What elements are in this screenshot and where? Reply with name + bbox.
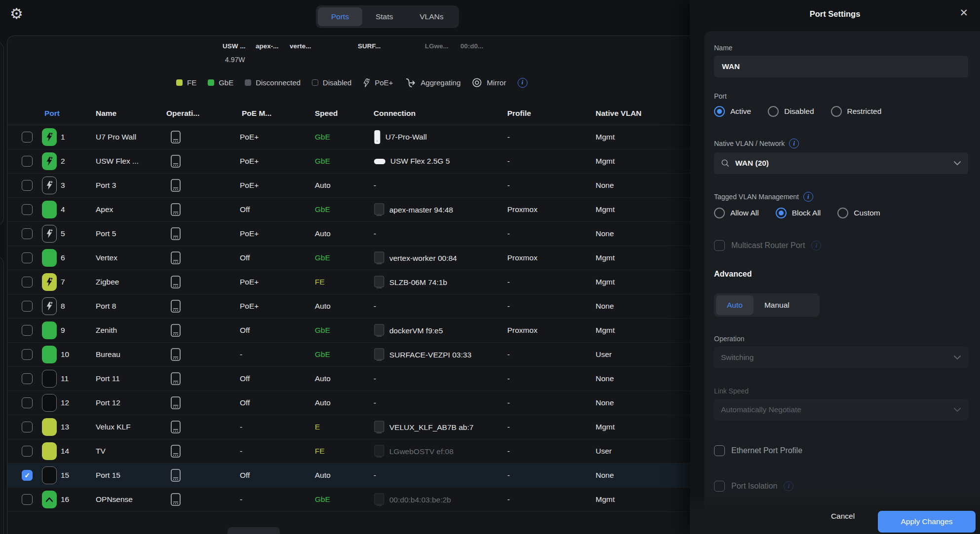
row-checkbox[interactable] [22,252,33,263]
column-header-native-vlan[interactable]: Native VLAN [596,109,641,118]
connection-label: dockerVM f9:e5 [389,326,443,335]
port-isolation-checkbox[interactable]: Port Isolation i [714,481,968,492]
settings-gear-icon[interactable]: ⚙ [10,6,23,21]
access-point-icon [374,130,381,144]
column-header-poe-mode[interactable]: PoE M... [242,109,271,118]
port-speed: Auto [315,398,331,407]
legend-item: Disconnected [245,78,301,87]
segment-manual[interactable]: Manual [754,295,800,315]
operation-value: Switching [721,353,754,362]
segment-auto[interactable]: Auto [716,295,754,315]
close-icon[interactable]: ✕ [959,7,968,19]
native-vlan: Mgmt [596,326,615,335]
radio-block-all[interactable]: Block All [776,208,821,218]
connection-label: 00:d0:b4:03:be:2b [389,495,451,504]
legend-label: GbE [219,78,233,87]
client-device-icon [374,421,385,434]
legend-label: Disabled [323,78,351,87]
connection-label: - [374,302,376,311]
port-status-icon [42,177,57,194]
port-settings-card: Name WAN Port Active Disabled Restricted… [704,31,980,534]
port-status-icon [42,128,57,146]
switching-icon [170,493,182,506]
legend-item: Aggregating [405,78,461,88]
row-checkbox[interactable] [22,204,33,215]
tab-ports[interactable]: Ports [318,7,362,26]
row-checkbox[interactable] [22,349,33,360]
radio-restricted[interactable]: Restricted [831,106,882,117]
column-header-speed[interactable]: Speed [315,109,338,118]
multicast-router-port-checkbox[interactable]: Multicast Router Port i [714,240,968,251]
checkbox-icon [714,445,725,456]
row-checkbox[interactable] [22,397,33,408]
view-tabs: Ports Stats VLANs [316,5,459,28]
row-checkbox[interactable] [22,373,33,384]
info-icon[interactable]: i [518,78,528,88]
port-name: Port 11 [96,374,120,383]
client-device-icon [374,251,385,265]
radio-active[interactable]: Active [714,106,751,117]
radio-custom[interactable]: Custom [837,208,880,218]
poe-mode: - [240,447,242,456]
chevron-down-icon [953,407,961,412]
native-vlan-select[interactable]: WAN (20) [714,152,968,174]
row-checkbox[interactable] [22,277,33,287]
row-checkbox[interactable] [22,301,33,312]
column-header-profile[interactable]: Profile [507,109,531,118]
profile: - [507,157,510,166]
port-name-input[interactable]: WAN [714,56,968,77]
row-checkbox[interactable] [22,325,33,336]
connection-label: LGwebOSTV ef:08 [389,447,453,456]
tab-vlans[interactable]: VLANs [407,7,457,26]
row-checkbox[interactable] [22,180,33,191]
port-number: 12 [61,398,69,407]
radio-disabled[interactable]: Disabled [768,106,814,117]
tab-stats[interactable]: Stats [362,7,406,26]
profile: Proxmox [507,253,537,262]
profile: - [507,447,510,456]
port-number: 2 [61,157,65,166]
port-speed: GbE [315,326,330,335]
switching-icon [170,372,182,386]
operation-select[interactable]: Switching [714,347,968,368]
column-header-connection[interactable]: Connection [374,109,415,118]
connection: USW Flex 2.5G 5 [374,157,450,166]
link-speed-select[interactable]: Automatically Negotiate [714,399,968,421]
native-vlan: Mgmt [596,495,615,504]
info-icon[interactable]: i [789,139,799,148]
row-checkbox[interactable]: ✓ [22,470,33,481]
client-device-icon [374,445,385,458]
cancel-button[interactable]: Cancel [823,505,863,527]
profile: - [507,423,510,431]
connection: U7-Pro-Wall [374,130,427,144]
apply-changes-button[interactable]: Apply Changes [878,511,976,533]
poe-mode: - [240,495,242,504]
info-icon[interactable]: i [784,481,793,491]
row-checkbox[interactable] [22,132,33,142]
info-icon[interactable]: i [811,241,821,250]
port-number: 9 [61,326,65,335]
port-settings-panel: Port Settings ✕ Name WAN Port Active Dis… [690,0,980,534]
radio-allow-all[interactable]: Allow All [714,208,759,218]
row-checkbox[interactable] [22,156,33,167]
profile: - [507,302,510,311]
row-checkbox[interactable] [22,494,33,505]
row-checkbox[interactable] [22,446,33,457]
column-header-name[interactable]: Name [96,109,116,118]
checkbox-icon [714,481,725,492]
poe-mode: Off [240,471,250,480]
pagination-button-partial[interactable] [227,527,280,534]
fe-square-icon [176,79,183,86]
row-checkbox[interactable] [22,422,33,432]
client-device-icon [374,348,385,361]
switching-icon [170,420,182,434]
column-header-operation[interactable]: Operati... [166,109,199,118]
poe-power-reading: 4.97W [225,56,245,64]
native-vlan: Mgmt [596,423,615,431]
ethernet-port-profile-checkbox[interactable]: Ethernet Port Profile [714,445,968,456]
row-checkbox[interactable] [22,228,33,239]
column-header-port[interactable]: Port [44,109,60,118]
device-port-label: SURF... [358,42,381,50]
info-icon[interactable]: i [803,192,813,202]
profile: - [507,278,510,286]
